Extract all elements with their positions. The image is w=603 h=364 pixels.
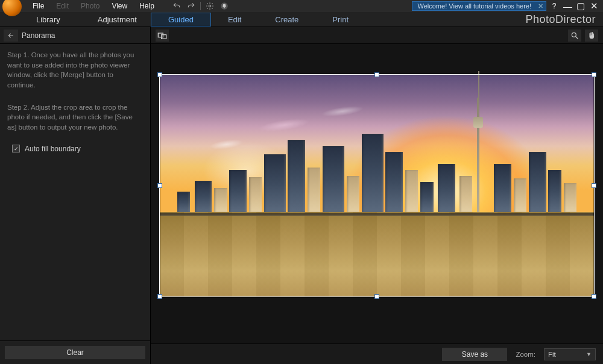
close-window-icon[interactable]: ✕	[590, 1, 598, 11]
welcome-text: Welcome! View all tutorial videos here!	[417, 2, 531, 10]
panel-title: Panorama	[22, 31, 55, 40]
crop-area[interactable]	[159, 74, 595, 297]
gear-icon[interactable]	[204, 1, 215, 11]
compare-icon[interactable]	[156, 30, 169, 42]
title-bar: File Edit Photo View Help Welcome! View …	[0, 0, 603, 12]
sidebar: Panorama Step 1. Once you have all the p…	[0, 27, 151, 364]
undo-icon[interactable]	[171, 1, 182, 11]
canvas[interactable]	[151, 44, 603, 344]
crop-handle-bl[interactable]	[157, 294, 162, 299]
crop-handle-ml[interactable]	[157, 183, 162, 188]
menu-bar: File Edit Photo View Help	[27, 0, 160, 12]
menu-view[interactable]: View	[106, 1, 133, 11]
tab-create[interactable]: Create	[258, 13, 315, 26]
menu-edit[interactable]: Edit	[50, 1, 75, 11]
redo-icon[interactable]	[186, 1, 197, 11]
zoom-value: Fit	[548, 351, 556, 358]
tab-library[interactable]: Library	[27, 13, 70, 26]
svg-point-0	[209, 5, 211, 7]
main-split: Panorama Step 1. Once you have all the p…	[0, 27, 603, 364]
close-icon[interactable]: ✕	[538, 2, 543, 10]
sidebar-footer: Clear	[0, 340, 150, 364]
bell-icon[interactable]	[219, 1, 230, 11]
tab-adjustment[interactable]: Adjustment	[88, 13, 147, 26]
zoom-icon[interactable]	[568, 30, 581, 42]
menu-help[interactable]: Help	[133, 1, 160, 11]
svg-point-4	[572, 33, 576, 37]
step2-text: Step 2. Adjust the crop area to crop the…	[0, 96, 150, 139]
image-stage[interactable]	[159, 74, 595, 297]
save-as-button[interactable]: Save as	[442, 348, 507, 361]
help-icon[interactable]: ?	[550, 2, 558, 10]
auto-fill-label: Auto fill boundary	[25, 145, 81, 153]
zoom-label: Zoom:	[516, 351, 535, 358]
checkbox-icon[interactable]: ✓	[12, 145, 20, 152]
maximize-icon[interactable]: ▢	[576, 1, 585, 11]
svg-rect-2	[158, 33, 163, 37]
zoom-select[interactable]: Fit ▼	[544, 348, 596, 360]
step1-text: Step 1. Once you have all the photos you…	[0, 44, 150, 96]
crop-handle-tm[interactable]	[374, 72, 379, 77]
clear-button[interactable]: Clear	[5, 346, 145, 359]
window-controls: ? — ▢ ✕	[550, 1, 603, 11]
hand-icon[interactable]	[585, 30, 598, 42]
menu-photo[interactable]: Photo	[75, 1, 106, 11]
crop-handle-br[interactable]	[592, 294, 596, 299]
canvas-toolbar	[151, 27, 603, 44]
mode-row: Library Adjustment Guided Edit Create Pr…	[0, 12, 603, 27]
minimize-icon[interactable]: —	[563, 1, 572, 11]
svg-line-5	[576, 36, 578, 39]
chevron-down-icon: ▼	[586, 351, 592, 357]
welcome-banner[interactable]: Welcome! View all tutorial videos here! …	[412, 1, 546, 11]
canvas-wrap: Save as Zoom: Fit ▼	[151, 27, 603, 364]
crop-handle-tr[interactable]	[592, 72, 596, 77]
tab-edit[interactable]: Edit	[211, 13, 258, 26]
crop-handle-mr[interactable]	[592, 183, 596, 188]
tab-print[interactable]: Print	[315, 13, 365, 26]
crop-handle-bm[interactable]	[374, 294, 379, 299]
bottom-bar: Save as Zoom: Fit ▼	[151, 344, 603, 364]
separator	[200, 2, 201, 10]
back-icon[interactable]	[4, 30, 18, 42]
panel-header: Panorama	[0, 27, 150, 44]
toolbar-quick-icons	[171, 1, 230, 11]
tab-guided[interactable]: Guided	[151, 13, 211, 27]
auto-fill-row[interactable]: ✓ Auto fill boundary	[0, 139, 150, 159]
crop-handle-tl[interactable]	[157, 72, 162, 77]
menu-file[interactable]: File	[27, 1, 50, 11]
brand-name: PhotoDirector	[525, 13, 603, 26]
